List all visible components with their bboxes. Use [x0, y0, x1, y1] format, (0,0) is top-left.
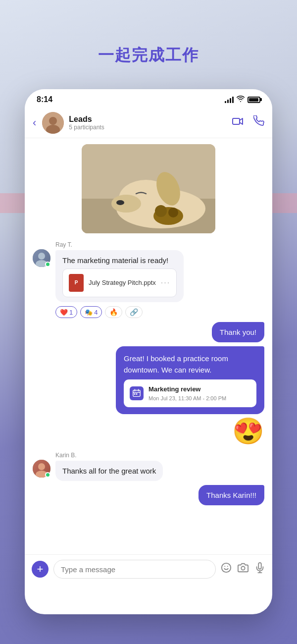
online-indicator-karin [45, 472, 50, 478]
msg-content-ray: Ray T. The marketing material is ready! … [55, 241, 264, 318]
dog-image [82, 144, 215, 233]
heart-eyes-emoji: 😍 [232, 418, 264, 444]
page-title: 一起完成工作 [0, 45, 297, 66]
calendar-time: Mon Jul 23, 11:30 AM - 2:00 PM [148, 394, 226, 403]
message-thankyou: Thank you! [33, 322, 264, 342]
reaction-link[interactable]: 🔗 [125, 306, 143, 318]
heart-emoji: ❤️ [60, 309, 68, 316]
link-emoji: 🔗 [130, 308, 138, 316]
sender-name-karin: Karin B. [55, 452, 264, 459]
signal-icon [225, 96, 234, 103]
header-actions [232, 115, 264, 130]
svg-point-14 [38, 253, 45, 260]
chat-header: ‹ Leads 5 participants [25, 108, 272, 138]
file-name: July Strategy Pitch.pptx [89, 278, 156, 287]
microphone-button[interactable] [254, 562, 265, 576]
video-call-button[interactable] [232, 115, 244, 130]
phone-call-button[interactable] [253, 115, 264, 130]
wifi-icon [237, 96, 245, 104]
bubble-booked: Great! I booked a practice room downtown… [116, 346, 264, 414]
bubble-thanks-karin: Thanks Karin!!! [198, 485, 264, 505]
svg-rect-20 [134, 393, 136, 395]
calendar-card[interactable]: Marketing review Mon Jul 23, 11:30 AM - … [124, 379, 256, 407]
bubble-thankyou: Thank you! [212, 322, 264, 342]
dog-image-container [33, 144, 264, 233]
svg-point-8 [111, 195, 141, 213]
reaction-fire[interactable]: 🔥 [105, 306, 122, 318]
file-attachment[interactable]: P July Strategy Pitch.pptx ··· [62, 268, 177, 297]
svg-point-27 [241, 566, 245, 570]
bubble-karin: Thanks all for the great work [55, 461, 163, 481]
svg-point-1 [49, 117, 57, 125]
sender-avatar-karin [33, 460, 50, 478]
svg-point-12 [155, 205, 167, 217]
message-thanks-karin: Thanks Karin!!! [33, 485, 264, 505]
message-group-ray: Ray T. The marketing material is ready! … [33, 241, 264, 318]
svg-point-13 [168, 208, 178, 217]
calendar-title: Marketing review [148, 384, 226, 394]
file-menu-dots[interactable]: ··· [161, 277, 170, 288]
chat-info: Leads 5 participants [69, 115, 232, 131]
svg-rect-21 [136, 393, 138, 395]
input-action-icons [221, 562, 265, 576]
online-indicator-ray [45, 262, 50, 267]
msg-content-karin: Karin B. Thanks all for the great work [55, 452, 264, 481]
fire-emoji: 🔥 [109, 308, 118, 316]
svg-rect-3 [233, 118, 240, 124]
plus-icon: + [37, 563, 44, 576]
phone-frame: 8:14 ‹ [25, 89, 272, 614]
heart-count: 1 [69, 309, 73, 316]
status-bar: 8:14 [25, 89, 272, 108]
battery-icon [248, 97, 260, 103]
svg-point-9 [116, 200, 124, 205]
emoji-picker-button[interactable] [221, 562, 232, 576]
message-input[interactable] [53, 560, 216, 579]
sender-name-ray: Ray T. [55, 241, 264, 248]
svg-point-22 [38, 463, 45, 470]
chat-messages: Ray T. The marketing material is ready! … [25, 138, 272, 554]
file-type-icon: P [69, 274, 84, 292]
emoji-reaction-heart-eyes: 😍 [33, 418, 264, 444]
chat-name: Leads [69, 115, 232, 124]
camera-button[interactable] [238, 562, 248, 576]
chat-group-avatar [42, 112, 64, 134]
status-time: 8:14 [37, 95, 52, 104]
reaction-heart[interactable]: ❤️ 1 [55, 306, 77, 318]
sender-avatar-ray [33, 249, 50, 267]
chat-input-bar: + [25, 554, 272, 584]
masks-count: 4 [94, 309, 98, 316]
back-button[interactable]: ‹ [33, 116, 36, 129]
plus-button[interactable]: + [32, 561, 49, 578]
message-booked: Great! I booked a practice room downtown… [33, 346, 264, 414]
booked-text: Great! I booked a practice room downtown… [124, 354, 228, 374]
masks-emoji: 🎭 [85, 309, 93, 316]
calendar-info: Marketing review Mon Jul 23, 11:30 AM - … [148, 384, 226, 402]
status-icons [225, 96, 260, 104]
svg-point-24 [222, 563, 231, 572]
calendar-icon [130, 386, 144, 400]
message-group-karin: Karin B. Thanks all for the great work [33, 452, 264, 481]
reactions-row: ❤️ 1 🎭 4 🔥 🔗 [55, 306, 264, 318]
bubble-ray-text: The marketing material is ready! P July … [55, 250, 184, 302]
chat-participants: 5 participants [69, 124, 232, 131]
reaction-masks[interactable]: 🎭 4 [80, 306, 102, 318]
